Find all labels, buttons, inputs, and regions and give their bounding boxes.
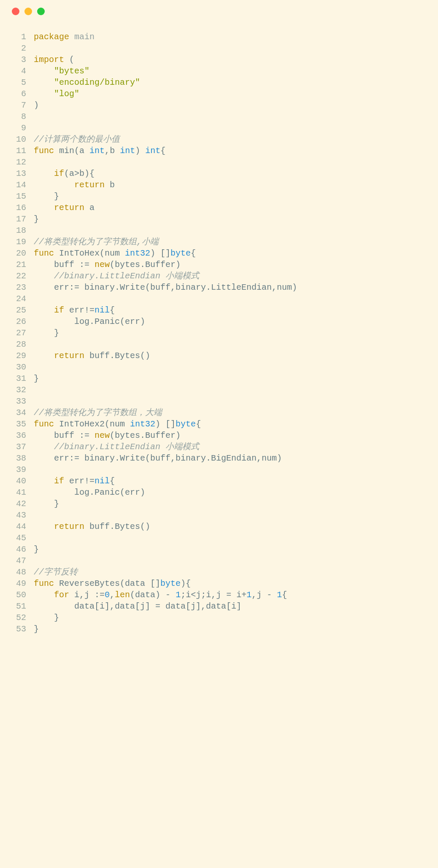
code-line: 34//将类型转化为了字节数组，大端 [8,407,430,418]
code-text [34,293,430,305]
code-line: 16 return a [8,202,430,213]
code-line: 35func IntToHex2(num int32) []byte{ [8,418,430,430]
line-number: 45 [8,532,26,544]
line-number: 5 [8,77,26,88]
code-line: 12 [8,156,430,168]
code-line: 26 log.Panic(err) [8,316,430,327]
code-text: return buff.Bytes() [34,521,430,532]
code-text: //binary.LittleEndian 小端模式 [34,270,430,282]
code-text: } [34,373,430,384]
code-text [34,509,430,521]
code-line: 50 for i,j :=0,len(data) - 1;i<j;i,j = i… [8,589,430,601]
code-text: "encoding/binary" [34,77,430,88]
code-line: 7) [8,100,430,111]
code-line: 36 buff := new(bytes.Buffer) [8,430,430,441]
code-text: err:= binary.Write(buff,binary.LittleEnd… [34,282,430,293]
code-line: 27 } [8,327,430,339]
code-line: 18 [8,225,430,236]
code-text: if(a>b){ [34,168,430,179]
code-line: 19//将类型转化为了字节数组,小端 [8,236,430,248]
code-line: 25 if err!=nil{ [8,305,430,316]
code-line: 1package main [8,31,430,43]
code-line: 31} [8,373,430,384]
line-number: 32 [8,384,26,396]
code-line: 17} [8,213,430,225]
code-line: 29 return buff.Bytes() [8,350,430,361]
line-number: 2 [8,43,26,54]
code-line: 6 "log" [8,88,430,100]
line-number: 8 [8,111,26,122]
line-number: 9 [8,122,26,134]
line-number: 21 [8,259,26,270]
code-line: 45 [8,532,430,544]
code-line: 13 if(a>b){ [8,168,430,179]
code-line: 10//计算两个数的最小值 [8,134,430,145]
code-line: 33 [8,396,430,407]
line-number: 29 [8,350,26,361]
code-text [34,384,430,396]
code-line: 9 [8,122,430,134]
code-text [34,396,430,407]
code-text: if err!=nil{ [34,305,430,316]
line-number: 16 [8,202,26,213]
line-number: 50 [8,589,26,601]
line-number: 42 [8,498,26,509]
code-text: log.Panic(err) [34,487,430,498]
code-line: 14 return b [8,179,430,191]
minimize-icon[interactable] [24,8,32,15]
code-text: import ( [34,54,430,65]
code-text: return buff.Bytes() [34,350,430,361]
line-number: 15 [8,191,26,202]
code-line: 38 err:= binary.Write(buff,binary.BigEnd… [8,453,430,464]
code-text [34,555,430,566]
line-number: 48 [8,566,26,578]
code-text: return b [34,179,430,191]
code-text [34,339,430,350]
code-text: "bytes" [34,65,430,77]
close-icon[interactable] [12,8,19,15]
code-text [34,111,430,122]
code-text: "log" [34,88,430,100]
line-number: 7 [8,100,26,111]
line-number: 41 [8,487,26,498]
code-line: 15 } [8,191,430,202]
code-text: func ReverseBytes(data []byte){ [34,578,430,589]
code-line: 47 [8,555,430,566]
line-number: 23 [8,282,26,293]
code-line: 4 "bytes" [8,65,430,77]
code-line: 42 } [8,498,430,509]
code-text [34,156,430,168]
code-text: func min(a int,b int) int{ [34,145,430,156]
code-line: 49func ReverseBytes(data []byte){ [8,578,430,589]
line-number: 3 [8,54,26,65]
code-line: 43 [8,509,430,521]
line-number: 14 [8,179,26,191]
code-text: } [34,544,430,555]
code-text: ) [34,100,430,111]
code-text: buff := new(bytes.Buffer) [34,430,430,441]
code-text: func IntToHex(num int32) []byte{ [34,248,430,259]
code-line: 24 [8,293,430,305]
zoom-icon[interactable] [37,8,45,15]
code-text: } [34,191,430,202]
code-line: 48//字节反转 [8,566,430,578]
line-number: 31 [8,373,26,384]
line-number: 49 [8,578,26,589]
code-text [34,532,430,544]
line-number: 37 [8,441,26,453]
code-text: return a [34,202,430,213]
code-line: 41 log.Panic(err) [8,487,430,498]
code-text: } [34,327,430,339]
code-line: 40 if err!=nil{ [8,475,430,487]
line-number: 22 [8,270,26,282]
line-number: 33 [8,396,26,407]
code-text: func IntToHex2(num int32) []byte{ [34,418,430,430]
code-text [34,122,430,134]
code-line: 51 data[i],data[j] = data[j],data[i] [8,601,430,612]
line-number: 35 [8,418,26,430]
line-number: 11 [8,145,26,156]
code-text: err:= binary.Write(buff,binary.BigEndian… [34,453,430,464]
code-text: if err!=nil{ [34,475,430,487]
code-line: 23 err:= binary.Write(buff,binary.Little… [8,282,430,293]
line-number: 51 [8,601,26,612]
